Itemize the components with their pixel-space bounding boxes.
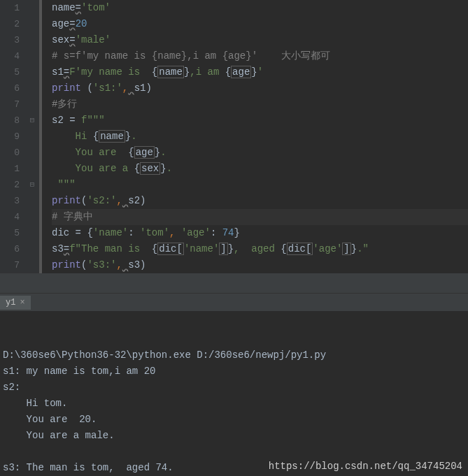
fold-icon[interactable]: ⊟ [25, 113, 39, 129]
fold-empty [25, 96, 39, 113]
code-line[interactable]: age=20 [52, 16, 468, 32]
code-line[interactable]: # 字典中 [52, 209, 468, 225]
line-number: 3 [0, 193, 20, 209]
line-number: 6 [0, 241, 20, 257]
line-number: 1 [0, 161, 20, 177]
toolbar-strip [0, 273, 468, 293]
fold-empty [25, 145, 39, 161]
fold-empty [25, 241, 39, 257]
line-number-gutter: 12345678901234567 [0, 0, 25, 273]
code-line[interactable]: # s=f'my name is {name},i am {age}' 大小写都… [52, 48, 468, 64]
code-line[interactable]: sex='male' [52, 32, 468, 48]
code-area[interactable]: name='tom'age=20sex='male'# s=f'my name … [42, 0, 468, 273]
line-number: 5 [0, 64, 20, 80]
fold-empty [25, 161, 39, 177]
close-icon[interactable]: × [20, 298, 24, 308]
code-line[interactable]: s3=f"The man is {dic['name']}, aged {dic… [52, 241, 468, 257]
fold-empty [25, 48, 39, 64]
line-number: 3 [0, 32, 20, 48]
run-tab-label: y1 [6, 298, 15, 308]
code-line[interactable]: print ('s1:', s1) [52, 80, 468, 96]
fold-icon[interactable]: ⊟ [25, 177, 39, 193]
fold-empty [25, 225, 39, 241]
fold-column[interactable]: ⊟⊟ [25, 0, 39, 273]
fold-empty [25, 32, 39, 48]
line-number: 5 [0, 225, 20, 241]
console-line: You are a male. [3, 428, 465, 444]
line-number: 7 [0, 257, 20, 273]
code-line[interactable]: print('s3:', s3) [52, 257, 468, 273]
code-line[interactable]: s1=F'my name is {name},i am {age}' [52, 64, 468, 80]
line-number: 9 [0, 129, 20, 145]
line-number: 2 [0, 177, 20, 193]
fold-empty [25, 193, 39, 209]
console-line: D:\360se6\Python36-32\python.exe D:/360s… [3, 347, 465, 363]
code-line[interactable]: s2 = f""" [52, 113, 468, 129]
console-output[interactable]: D:\360se6\Python36-32\python.exe D:/360s… [0, 311, 468, 476]
console-line: s1: my name is tom,i am 20 [3, 363, 465, 380]
code-line[interactable]: #多行 [52, 96, 468, 113]
line-number: 4 [0, 209, 20, 225]
console-line: Hi tom. [3, 396, 465, 412]
watermark-text: https://blog.csdn.net/qq_34745204 [269, 459, 462, 475]
fold-empty [25, 257, 39, 273]
code-line[interactable]: print('s2:', s2) [52, 193, 468, 209]
line-number: 6 [0, 80, 20, 96]
fold-empty [25, 129, 39, 145]
code-line[interactable]: """ [52, 177, 468, 193]
code-line[interactable]: You are {age}. [52, 145, 468, 161]
run-tab-bar: y1 × [0, 293, 468, 311]
fold-empty [25, 209, 39, 225]
line-number: 8 [0, 113, 20, 129]
line-number: 0 [0, 145, 20, 161]
code-editor[interactable]: 12345678901234567 ⊟⊟ name='tom'age=20sex… [0, 0, 468, 273]
code-line[interactable]: dic = {'name': 'tom', 'age': 74} [52, 225, 468, 241]
line-number: 2 [0, 16, 20, 32]
line-number: 1 [0, 0, 20, 16]
code-line[interactable]: You are a {sex}. [52, 161, 468, 177]
line-number: 4 [0, 48, 20, 64]
code-line[interactable]: name='tom' [52, 0, 468, 16]
fold-empty [25, 0, 39, 16]
fold-empty [25, 64, 39, 80]
console-line: s2: [3, 380, 465, 396]
console-line: You are 20. [3, 412, 465, 428]
fold-empty [25, 80, 39, 96]
code-line[interactable]: Hi {name}. [52, 129, 468, 145]
run-tab[interactable]: y1 × [0, 296, 31, 310]
fold-empty [25, 16, 39, 32]
line-number: 7 [0, 96, 20, 113]
console-line [3, 444, 465, 460]
